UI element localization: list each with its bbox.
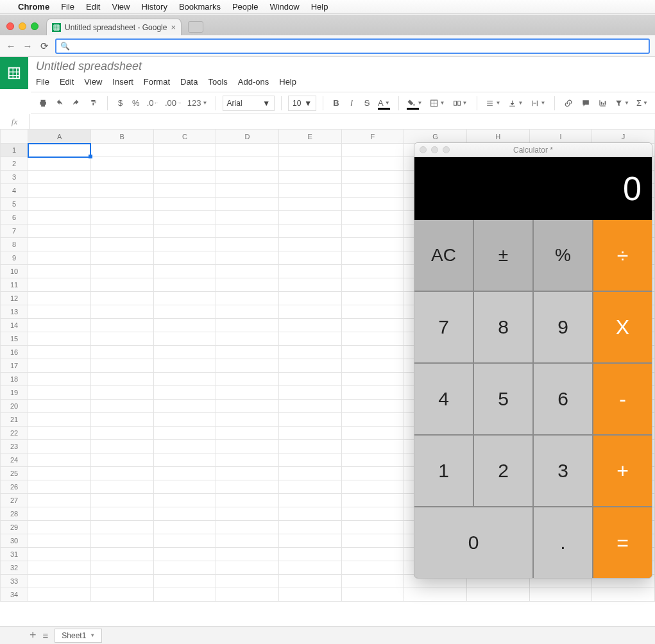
cell[interactable] <box>90 292 153 305</box>
cell[interactable] <box>90 238 153 251</box>
cell[interactable] <box>216 238 279 251</box>
menu-bookmarks[interactable]: Bookmarks <box>179 2 221 12</box>
cell[interactable] <box>278 494 341 507</box>
all-sheets-button[interactable]: ≡ <box>43 630 49 641</box>
cell[interactable] <box>341 373 404 386</box>
column-header[interactable]: A <box>28 130 91 144</box>
row-header[interactable]: 28 <box>1 507 28 521</box>
cell[interactable] <box>90 157 153 171</box>
cell[interactable] <box>216 453 279 467</box>
cell[interactable] <box>341 144 404 157</box>
calc-key-ac[interactable]: AC <box>414 220 473 291</box>
borders-button[interactable]: ▼ <box>427 96 447 111</box>
cell[interactable] <box>278 427 341 440</box>
cell[interactable] <box>341 278 404 292</box>
cell[interactable] <box>278 305 341 319</box>
calc-key-8[interactable]: 8 <box>474 292 532 362</box>
sheets-menu-format[interactable]: Format <box>144 77 170 87</box>
cell[interactable] <box>90 319 153 332</box>
row-header[interactable]: 4 <box>1 184 28 198</box>
calc-key-0[interactable]: 0 <box>414 507 532 578</box>
menu-people[interactable]: People <box>232 2 258 12</box>
cell[interactable] <box>216 211 279 225</box>
cell[interactable] <box>592 588 655 602</box>
cell[interactable] <box>153 507 216 521</box>
menu-window[interactable]: Window <box>269 2 299 12</box>
cell[interactable] <box>278 575 341 588</box>
cell[interactable] <box>216 225 279 238</box>
cell[interactable] <box>28 359 91 373</box>
comment-button[interactable] <box>579 96 593 111</box>
row-header[interactable]: 24 <box>1 453 28 467</box>
cell[interactable] <box>153 561 216 575</box>
cell[interactable] <box>278 413 341 427</box>
row-header[interactable]: 12 <box>1 292 28 305</box>
calc-key-plusminus[interactable]: ± <box>474 220 532 291</box>
cell[interactable] <box>90 588 153 602</box>
link-button[interactable] <box>561 96 575 111</box>
cell[interactable] <box>28 157 91 171</box>
cell[interactable] <box>278 400 341 413</box>
cell[interactable] <box>28 184 91 198</box>
cell[interactable] <box>278 507 341 521</box>
calc-key-percent[interactable]: % <box>534 220 592 291</box>
row-header[interactable]: 25 <box>1 467 28 480</box>
print-button[interactable] <box>36 96 50 111</box>
cell[interactable] <box>28 211 91 225</box>
h-align-button[interactable]: ▼ <box>483 96 503 111</box>
cell[interactable] <box>341 588 404 602</box>
cell[interactable] <box>153 440 216 453</box>
cell[interactable] <box>90 265 153 278</box>
menu-help[interactable]: Help <box>311 2 328 12</box>
cell[interactable] <box>216 184 279 198</box>
font-select[interactable]: Arial▼ <box>223 96 275 111</box>
doc-title[interactable]: Untitled spreadsheet <box>36 60 650 73</box>
column-header[interactable]: J <box>592 130 655 144</box>
cell[interactable] <box>153 211 216 225</box>
calculator-titlebar[interactable]: Calculator * <box>414 143 652 157</box>
cell[interactable] <box>28 453 91 467</box>
sheets-menu-help[interactable]: Help <box>279 77 296 87</box>
cell[interactable] <box>216 305 279 319</box>
wrap-button[interactable]: ▼ <box>528 96 548 111</box>
chart-button[interactable] <box>595 96 609 111</box>
calc-key-4[interactable]: 4 <box>414 364 473 434</box>
cell[interactable] <box>90 494 153 507</box>
cell[interactable] <box>278 440 341 453</box>
cell[interactable] <box>90 575 153 588</box>
cell[interactable] <box>28 373 91 386</box>
row-header[interactable]: 17 <box>1 359 28 373</box>
cell[interactable] <box>153 427 216 440</box>
calc-minimize[interactable] <box>431 146 438 153</box>
cell[interactable] <box>90 184 153 198</box>
cell[interactable] <box>90 225 153 238</box>
cell[interactable] <box>278 278 341 292</box>
calc-key-plus[interactable]: + <box>593 436 652 506</box>
row-header[interactable]: 8 <box>1 238 28 251</box>
row-header[interactable]: 33 <box>1 575 28 588</box>
cell[interactable] <box>153 184 216 198</box>
row-header[interactable]: 16 <box>1 346 28 359</box>
cell[interactable] <box>153 534 216 548</box>
cell[interactable] <box>28 198 91 211</box>
bold-button[interactable]: B <box>330 96 343 111</box>
cell[interactable] <box>153 494 216 507</box>
cell[interactable] <box>153 319 216 332</box>
cell[interactable] <box>153 265 216 278</box>
reload-button[interactable]: ⟳ <box>38 40 50 52</box>
cell[interactable] <box>278 198 341 211</box>
row-header[interactable]: 29 <box>1 521 28 534</box>
cell[interactable] <box>90 480 153 494</box>
cell[interactable] <box>28 265 91 278</box>
font-size-select[interactable]: 10▼ <box>288 96 316 111</box>
cell[interactable] <box>153 359 216 373</box>
cell[interactable] <box>90 278 153 292</box>
row-header[interactable]: 3 <box>1 171 28 184</box>
cell[interactable] <box>341 386 404 400</box>
calc-zoom[interactable] <box>443 146 450 153</box>
cell[interactable] <box>216 440 279 453</box>
cell[interactable] <box>341 548 404 561</box>
calc-key-9[interactable]: 9 <box>534 292 592 362</box>
cell[interactable] <box>216 346 279 359</box>
cell[interactable] <box>341 400 404 413</box>
